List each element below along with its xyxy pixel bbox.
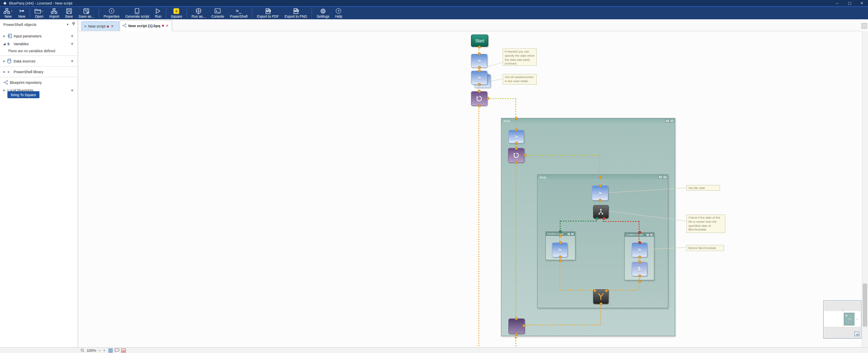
resize-container-button[interactable]: ↕	[646, 233, 649, 236]
close-button[interactable]: ✕	[856, 0, 868, 7]
note-archive-date[interactable]: If needed you can specify the date when …	[503, 48, 537, 66]
collapse-container-button[interactable]: —	[650, 233, 653, 236]
minimize-button[interactable]: –	[831, 0, 843, 7]
powershell-node-true-branch[interactable]: >	[552, 242, 568, 257]
powershell-library-icon: >	[7, 70, 14, 74]
scrollbar-thumb[interactable]	[863, 284, 867, 327]
zoom-in-button[interactable]: +	[103, 348, 105, 353]
connector	[515, 99, 516, 130]
bring-to-square-button[interactable]: Bring To Square	[7, 91, 39, 98]
console-button[interactable]: Console	[208, 7, 227, 19]
minimap-image-icon[interactable]	[854, 332, 859, 336]
tab-new-script[interactable]: > New script ✕	[81, 21, 119, 31]
sidebar-item-data-sources[interactable]: ▶ Data sources +	[0, 57, 78, 65]
container-title-bar[interactable]: Body ↕ —	[538, 175, 668, 180]
connector	[607, 290, 639, 291]
export-pdf-button[interactable]: PDF Export to PDF	[254, 7, 282, 19]
powershell-button[interactable]: >_ PowerShell	[227, 7, 250, 19]
input-parameters-icon	[7, 34, 14, 38]
minimap[interactable]	[823, 300, 861, 339]
toolbar-divider	[99, 8, 99, 18]
tab-new-script-1[interactable]: New script (1).bpq ✕	[120, 20, 172, 31]
collapse-container-button[interactable]: —	[571, 233, 574, 235]
resize-container-button[interactable]: ↕	[567, 233, 570, 235]
image-icon[interactable]	[121, 348, 126, 353]
square-button[interactable]: + Square	[168, 7, 185, 19]
tab-overflow-button[interactable]	[861, 23, 867, 29]
toolbar-divider	[166, 8, 166, 18]
sidebar-item-input-parameters[interactable]: ▶ Input parameters +	[0, 32, 78, 40]
note-file-date[interactable]: Get file date	[686, 185, 720, 191]
expander-icon[interactable]: ▶	[3, 60, 7, 63]
sidebar-item-powershell-library[interactable]: ▶ > PowerShell library	[0, 68, 78, 76]
start-node[interactable]: Start	[471, 35, 488, 47]
open-button[interactable]: ∨ Open	[32, 7, 46, 19]
note-subdirectories[interactable]: Get all subdirectories in the main folde…	[503, 74, 537, 85]
properties-button[interactable]: i Properties	[101, 7, 122, 19]
add-variable-button[interactable]: +	[71, 41, 74, 47]
port	[524, 154, 526, 157]
port	[515, 147, 518, 150]
port	[522, 324, 525, 327]
note-check-date[interactable]: Check if the date of the file is newer t…	[686, 215, 725, 233]
container-title-bar[interactable]: Body ↕ —	[501, 118, 675, 123]
collapse-container-button[interactable]: —	[663, 175, 667, 179]
port	[559, 256, 562, 258]
port	[605, 289, 608, 292]
zoom-out-button[interactable]: –	[99, 348, 101, 353]
expander-icon[interactable]: ▶	[3, 35, 7, 38]
sidebar-item-variables[interactable]: ◢ $ Variables +	[0, 40, 78, 48]
powershell-node-get-file-date[interactable]: >	[592, 185, 608, 201]
sidebar-item-blueprint-repository[interactable]: Blueprint repository	[0, 78, 78, 86]
close-tab-icon[interactable]: ✕	[166, 24, 169, 28]
port	[599, 185, 602, 187]
loop-icon	[513, 152, 519, 159]
zoom-magnifier-icon	[81, 348, 85, 353]
import-button[interactable]: Import	[46, 7, 62, 19]
panel-header: PowerShell objects ▼	[0, 20, 78, 29]
resize-container-button[interactable]: ↕	[665, 119, 669, 122]
add-input-parameter-button[interactable]: +	[71, 33, 74, 39]
container-title: Body	[540, 176, 546, 179]
grid-view-icon[interactable]	[108, 348, 113, 353]
pin-icon[interactable]	[72, 22, 75, 27]
connector	[560, 290, 595, 291]
panel-title: PowerShell objects	[3, 22, 37, 27]
settings-button[interactable]: Settings	[314, 7, 332, 19]
port	[599, 176, 602, 179]
close-tab-icon[interactable]: ✕	[111, 24, 114, 28]
condition-node[interactable]	[593, 205, 609, 219]
connector	[488, 98, 516, 99]
powershell-node-set-archivedate[interactable]: >	[471, 54, 487, 68]
maximize-button[interactable]: ▢	[843, 0, 856, 7]
save-button[interactable]: Save	[62, 7, 76, 19]
generate-script-button[interactable]: Generate script	[122, 7, 152, 19]
set-variable-node[interactable]: $▪	[632, 262, 647, 276]
expander-icon[interactable]: ◢	[3, 42, 7, 46]
expander-icon[interactable]: ▶	[3, 70, 7, 74]
foreach-loop-node[interactable]	[471, 91, 487, 106]
port	[599, 199, 602, 202]
run-button[interactable]: Run	[152, 7, 164, 19]
powershell-node-false-branch[interactable]: >	[632, 242, 647, 257]
panel-dropdown-icon[interactable]: ▼	[66, 23, 69, 26]
export-png-button[interactable]: PNG Export to PNG	[282, 7, 310, 19]
note-before-archivedate[interactable]: Before $Archivedate	[686, 245, 724, 251]
new-powershell-button[interactable]: >✱ New	[15, 7, 28, 19]
powershell-icon: >_	[236, 8, 241, 14]
add-data-source-button[interactable]: +	[71, 58, 74, 64]
collapse-container-button[interactable]: —	[670, 119, 674, 122]
port	[559, 241, 562, 244]
save-as-button[interactable]: Save as...	[76, 7, 97, 19]
comments-icon[interactable]	[115, 348, 119, 353]
toolbar-divider	[252, 8, 252, 18]
new-script-button[interactable]: ∨ New	[1, 7, 15, 19]
add-local-blueprint-button[interactable]: +	[71, 88, 74, 93]
port	[638, 275, 641, 277]
expander-icon[interactable]: ▶	[3, 89, 7, 92]
foreach-files-loop-node[interactable]	[508, 148, 524, 163]
powershell-node-get-subdirectories[interactable]: >	[471, 71, 487, 85]
resize-container-button[interactable]: ↕	[658, 175, 663, 179]
run-as-button[interactable]: Run as...	[189, 7, 208, 19]
help-button[interactable]: ? Help	[332, 7, 345, 19]
